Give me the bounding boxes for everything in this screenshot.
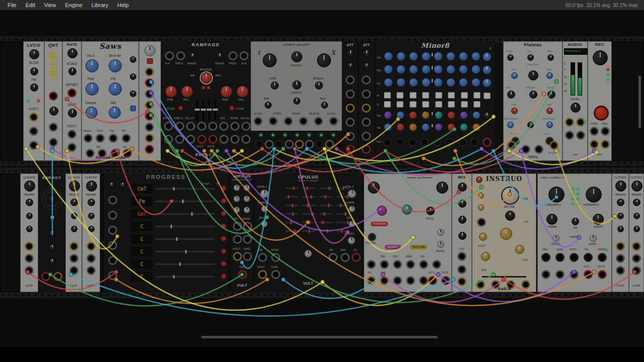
- port[interactable]: [584, 270, 593, 279]
- step-slider[interactable]: [155, 213, 215, 215]
- knob[interactable]: [233, 196, 240, 202]
- knob[interactable]: [507, 54, 514, 61]
- port[interactable]: [145, 145, 154, 154]
- knob[interactable]: [233, 185, 240, 191]
- knob[interactable]: [479, 233, 487, 241]
- port[interactable]: [419, 276, 428, 285]
- port[interactable]: [29, 127, 38, 136]
- port[interactable]: [284, 117, 293, 126]
- module-texture-synthesizer[interactable]: texture synthesizer PITCH BLEND POSITION…: [364, 173, 452, 292]
- mute-button[interactable]: [396, 92, 404, 99]
- knob[interactable]: [396, 52, 406, 61]
- knob[interactable]: [471, 78, 480, 87]
- port[interactable]: [145, 101, 154, 110]
- solo-button[interactable]: [435, 101, 442, 108]
- cutoff-knob[interactable]: [631, 180, 642, 192]
- knob[interactable]: [244, 196, 250, 202]
- port[interactable]: [565, 118, 574, 127]
- solo-button[interactable]: [396, 101, 404, 108]
- port[interactable]: [395, 138, 405, 147]
- port[interactable]: [25, 266, 34, 275]
- mute-button[interactable]: [384, 92, 391, 99]
- port[interactable]: [230, 122, 239, 131]
- menu-edit[interactable]: Edit: [21, 1, 40, 9]
- op-slider[interactable]: [285, 230, 298, 232]
- scale-segment[interactable]: [49, 63, 57, 65]
- port[interactable]: [406, 260, 415, 269]
- knob[interactable]: [384, 111, 392, 119]
- port[interactable]: [219, 135, 228, 144]
- port[interactable]: [616, 242, 625, 251]
- step-button[interactable]: [221, 223, 226, 229]
- knob[interactable]: [384, 65, 393, 74]
- scale-segment[interactable]: [49, 77, 57, 79]
- port[interactable]: [265, 140, 274, 149]
- op-slider[interactable]: [337, 222, 350, 223]
- shape-slider[interactable]: [214, 101, 216, 121]
- knob[interactable]: [48, 244, 56, 251]
- module-rampage[interactable]: RAMPAGE IN A TRIGG RANGE RANGE TRIGG IN …: [161, 41, 251, 161]
- knob[interactable]: [261, 221, 268, 227]
- knob[interactable]: [26, 226, 33, 232]
- knob[interactable]: [471, 65, 480, 74]
- port[interactable]: [175, 135, 184, 144]
- horizontal-scrollbar[interactable]: [201, 336, 438, 338]
- knob[interactable]: [68, 109, 77, 118]
- cutoff-knob[interactable]: [86, 180, 97, 192]
- op-slider[interactable]: [337, 188, 350, 189]
- port[interactable]: [346, 145, 355, 154]
- knob[interactable]: [434, 78, 443, 87]
- knob[interactable]: [71, 213, 77, 219]
- step-slider[interactable]: [155, 188, 215, 190]
- port[interactable]: [521, 145, 530, 154]
- scale-segment[interactable]: [49, 56, 57, 58]
- port[interactable]: [243, 222, 252, 231]
- knob[interactable]: [86, 107, 98, 119]
- knob[interactable]: [26, 213, 33, 219]
- op-slider[interactable]: [285, 196, 298, 198]
- port[interactable]: [295, 140, 304, 149]
- op-slider[interactable]: [337, 196, 350, 198]
- port[interactable]: [362, 132, 371, 141]
- knob[interactable]: [384, 123, 392, 131]
- knob[interactable]: [460, 111, 468, 119]
- knob[interactable]: [617, 226, 624, 232]
- port[interactable]: [555, 270, 565, 279]
- port[interactable]: [87, 242, 96, 251]
- op-slider[interactable]: [285, 205, 298, 206]
- port[interactable]: [632, 254, 641, 263]
- knob[interactable]: [30, 67, 38, 75]
- knob[interactable]: [633, 213, 640, 219]
- port[interactable]: [84, 134, 93, 143]
- button[interactable]: [147, 58, 153, 64]
- port[interactable]: [393, 276, 402, 285]
- step-slider[interactable]: [155, 251, 215, 252]
- port[interactable]: [352, 253, 361, 262]
- knob[interactable]: [409, 78, 418, 87]
- port[interactable]: [408, 138, 417, 147]
- op-slider[interactable]: [302, 230, 315, 232]
- mute-button[interactable]: [448, 92, 455, 99]
- port[interactable]: [69, 254, 78, 263]
- port[interactable]: [25, 254, 34, 263]
- knob[interactable]: [434, 65, 443, 74]
- knob[interactable]: [130, 73, 136, 80]
- knob[interactable]: [409, 52, 418, 61]
- port[interactable]: [477, 218, 486, 227]
- module-att-2[interactable]: ATT: [358, 41, 375, 161]
- knob[interactable]: [471, 52, 480, 61]
- port[interactable]: [362, 89, 371, 99]
- port[interactable]: [541, 270, 550, 279]
- pitch-knob[interactable]: [426, 207, 435, 215]
- port[interactable]: [145, 78, 154, 87]
- port[interactable]: [315, 140, 324, 149]
- rise-knob[interactable]: [220, 85, 232, 98]
- chord-display[interactable]: Cm7: [131, 185, 152, 193]
- module-plateau[interactable]: Plateau PreD Dry Wet Input Filter Low Hi…: [503, 41, 562, 161]
- cutoff-knob[interactable]: [24, 180, 35, 192]
- op-slider[interactable]: [319, 230, 333, 232]
- knob[interactable]: [86, 82, 99, 96]
- knob[interactable]: [260, 190, 269, 198]
- knob[interactable]: [109, 82, 122, 96]
- knob[interactable]: [434, 52, 443, 61]
